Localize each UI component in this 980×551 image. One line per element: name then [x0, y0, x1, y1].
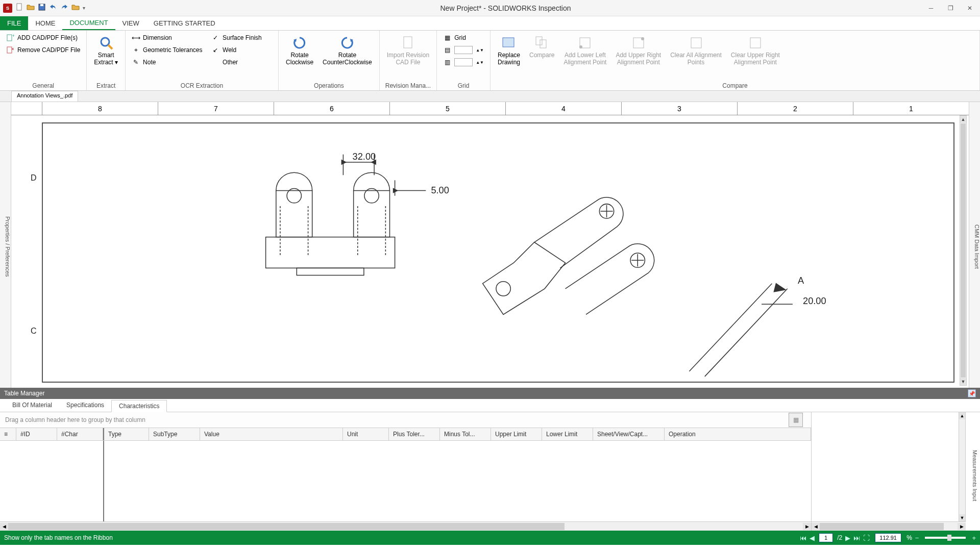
tab-bom[interactable]: Bill Of Material	[5, 399, 59, 412]
add-cad-pdf-button[interactable]: + ADD CAD/PDF File(s)	[4, 33, 82, 43]
right-panel-cmm[interactable]: CMM Data Import	[969, 102, 980, 388]
dim-20: 20.00	[803, 296, 826, 306]
col-upper[interactable]: Upper Limit	[491, 428, 542, 440]
redo-icon[interactable]	[60, 3, 68, 13]
canvas[interactable]: 8 7 6 5 4 3 2 1 D D C C	[11, 102, 969, 388]
first-page-icon[interactable]: ⏮	[800, 534, 806, 542]
next-page-icon[interactable]: ▶	[845, 534, 850, 542]
col-type[interactable]: Type	[103, 428, 149, 440]
grid-button[interactable]: ▦Grid	[441, 33, 486, 43]
tab-file[interactable]: FILE	[0, 16, 28, 30]
zoom-out-icon[interactable]: −	[915, 534, 919, 542]
right-vscroll[interactable]: ▲ ▼	[959, 412, 966, 521]
fit-page-icon[interactable]: ⛶	[863, 534, 870, 542]
zoom-knob[interactable]	[947, 535, 951, 541]
grid-icon: ▦	[443, 34, 451, 42]
svg-rect-21	[297, 268, 364, 275]
document-tab[interactable]: Annotation Views_.pdf	[11, 91, 78, 102]
col-char[interactable]: #Char	[57, 428, 103, 440]
close-button[interactable]: ✕	[965, 3, 975, 13]
svg-rect-11	[503, 38, 514, 47]
measurements-input-panel[interactable]: Measurements Input	[972, 433, 978, 518]
scroll-up-icon[interactable]: ▲	[960, 116, 966, 123]
page-input[interactable]	[819, 533, 833, 542]
grid-input-2[interactable]	[454, 58, 473, 66]
prev-page-icon[interactable]: ◀	[810, 534, 815, 542]
rotate-cw-button[interactable]: RotateClockwise	[283, 33, 316, 68]
tab-specs[interactable]: Specifications	[59, 399, 111, 412]
table-group-row[interactable]: Drag a column header here to group by th…	[0, 412, 811, 428]
col-unit[interactable]: Unit	[343, 428, 389, 440]
hscroll-left-icon[interactable]: ◀	[0, 523, 8, 530]
zoom-in-icon[interactable]: +	[972, 534, 976, 542]
right-hscroll[interactable]: ◀ ▶	[812, 521, 966, 531]
app-icon[interactable]: S	[3, 4, 12, 13]
rh-right-icon[interactable]: ▶	[958, 523, 966, 530]
tab-view[interactable]: VIEW	[115, 16, 146, 30]
hscroll-right-icon[interactable]: ▶	[803, 523, 811, 530]
col-plustol[interactable]: Plus Toler...	[389, 428, 440, 440]
zoom-slider[interactable]	[925, 537, 966, 539]
replace-drawing-button[interactable]: ReplaceDrawing	[495, 33, 523, 68]
new-icon[interactable]	[15, 3, 23, 13]
scroll-thumb[interactable]	[961, 123, 966, 378]
rh-left-icon[interactable]: ◀	[812, 523, 820, 530]
ribbon-group-operations: RotateClockwise RotateCounterClockwise O…	[279, 31, 380, 90]
table-hscroll[interactable]: ◀ ▶	[0, 521, 811, 531]
compare-button[interactable]: Compare	[526, 33, 557, 61]
grid-spinner-1[interactable]: ▤▲▼	[441, 45, 486, 55]
col-handle[interactable]: ≡	[0, 428, 16, 440]
col-value[interactable]: Value	[200, 428, 343, 440]
note-button[interactable]: ✎Note	[130, 57, 206, 67]
rv-up-icon[interactable]: ▲	[959, 412, 965, 419]
undo-icon[interactable]	[49, 3, 57, 13]
weld-button[interactable]: ↙Weld	[209, 45, 271, 55]
tab-document[interactable]: DOCUMENT	[62, 16, 115, 30]
save-icon[interactable]	[38, 3, 46, 13]
rv-down-icon[interactable]: ▼	[959, 514, 965, 521]
table-grid-empty[interactable]	[0, 441, 811, 521]
rh-thumb[interactable]	[820, 523, 944, 530]
rotate-ccw-button[interactable]: RotateCounterClockwise	[320, 33, 375, 68]
remove-cad-pdf-button[interactable]: Remove CAD/PDF File	[4, 45, 82, 55]
table-left-panel: Drag a column header here to group by th…	[0, 412, 812, 531]
dimension-button[interactable]: ⟷Dimension	[130, 33, 206, 43]
left-panel-properties[interactable]: Properties / Preferences	[0, 102, 11, 388]
minimize-button[interactable]: ─	[926, 3, 936, 13]
col-lower[interactable]: Lower Limit	[542, 428, 593, 440]
col-minustol[interactable]: Minus Tol...	[440, 428, 491, 440]
clear-upper-right-button[interactable]: Clear Upper RightAlignment Point	[728, 33, 783, 68]
col-id[interactable]: #ID	[16, 428, 57, 440]
maximize-button[interactable]: ❐	[945, 3, 955, 13]
scroll-down-icon[interactable]: ▼	[960, 378, 966, 385]
clear-all-align-button[interactable]: Clear All AlignmentPoints	[667, 33, 725, 68]
zoom-unit: %	[906, 534, 912, 541]
grid-spinner-2[interactable]: ▥▲▼	[441, 57, 486, 67]
hscroll-thumb[interactable]	[8, 523, 565, 530]
tab-getting-started[interactable]: GETTING STARTED	[146, 16, 223, 30]
drawing-sheet[interactable]: 32.00 5.00 20.00 A	[42, 122, 954, 383]
last-page-icon[interactable]: ⏭	[853, 534, 860, 542]
open-icon[interactable]	[27, 3, 35, 13]
add-upper-right-button[interactable]: Add Upper RightAlignment Point	[612, 33, 664, 68]
folder-icon[interactable]	[71, 3, 80, 13]
zoom-input[interactable]	[875, 533, 901, 542]
canvas-vscroll[interactable]: ▲ ▼	[960, 115, 967, 386]
tab-home[interactable]: HOME	[28, 16, 62, 30]
group-label-ocr: OCR Extraction	[130, 81, 274, 89]
col-subtype[interactable]: SubType	[149, 428, 200, 440]
smart-extract-button[interactable]: Smart Extract ▾	[91, 33, 121, 68]
pin-icon[interactable]: 📌	[968, 389, 976, 397]
col-operation[interactable]: Operation	[665, 428, 811, 440]
table-options-button[interactable]: ▦	[789, 413, 803, 427]
import-revision-button[interactable]: Import RevisionCAD File	[384, 33, 432, 68]
smart-extract-icon	[98, 35, 114, 51]
other-button[interactable]: Other	[209, 57, 271, 67]
ribbon-group-grid: ▦Grid ▤▲▼ ▥▲▼ Grid	[437, 31, 491, 90]
tab-characteristics[interactable]: Characteristics	[111, 400, 167, 412]
geotol-button[interactable]: ⌖Geometric Tolerances	[130, 45, 206, 55]
grid-input-1[interactable]	[454, 46, 473, 54]
surface-finish-button[interactable]: ✓Surface Finish	[209, 33, 271, 43]
col-sheet[interactable]: Sheet/View/Capt...	[593, 428, 665, 440]
add-lower-left-button[interactable]: Add Lower LeftAlignment Point	[560, 33, 609, 68]
